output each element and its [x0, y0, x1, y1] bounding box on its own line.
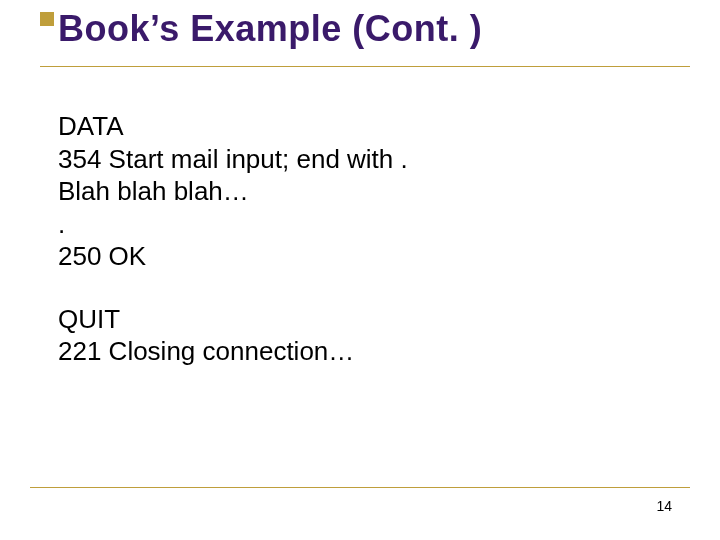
body-line-4: . — [58, 208, 408, 241]
body-line-5: 250 OK — [58, 240, 408, 273]
page-number: 14 — [656, 498, 672, 514]
body-line-1: DATA — [58, 110, 408, 143]
body-line-2: 354 Start mail input; end with . — [58, 143, 408, 176]
slide-body: DATA 354 Start mail input; end with . Bl… — [58, 110, 408, 368]
body-gap — [58, 273, 408, 303]
title-underline — [40, 66, 690, 67]
body-line-6: QUIT — [58, 303, 408, 336]
title-accent-box — [40, 12, 54, 26]
slide-title: Book’s Example (Cont. ) — [58, 8, 482, 50]
body-line-7: 221 Closing connection… — [58, 335, 408, 368]
slide: Book’s Example (Cont. ) DATA 354 Start m… — [0, 0, 720, 540]
body-line-3: Blah blah blah… — [58, 175, 408, 208]
footer-underline — [30, 487, 690, 488]
